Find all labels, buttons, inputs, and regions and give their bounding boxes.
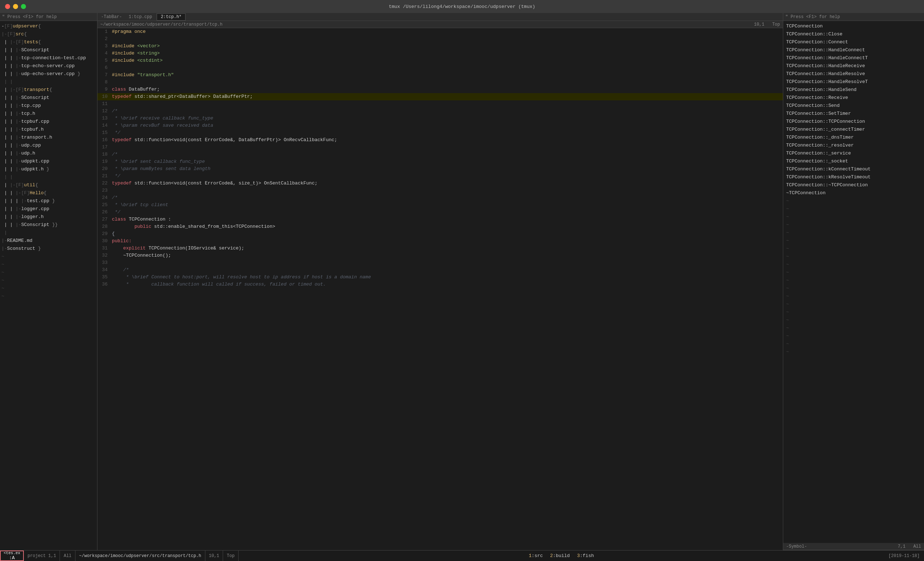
- code-line: 23: [98, 187, 783, 194]
- code-line: 16typedef std::function<void(const Error…: [98, 136, 783, 144]
- symbol-item[interactable]: TCPConnection: [783, 22, 924, 30]
- tree-item[interactable]: | | |-SConscript: [0, 94, 97, 102]
- tree-item[interactable]: | | |-transport.h: [0, 134, 97, 141]
- tree-item[interactable]: | | |-tcp.cpp: [0, 102, 97, 110]
- code-line: 26 */: [98, 208, 783, 216]
- code-line: 6: [98, 64, 783, 72]
- tree-item[interactable]: | | | |-test.cpp }: [0, 197, 97, 205]
- code-line: 33: [98, 259, 783, 266]
- right-status-bar: -Symbol- 7,1 All: [783, 543, 924, 550]
- symbol-item[interactable]: TCPConnection::Connect: [783, 38, 924, 46]
- symbol-tilde: ~: [783, 205, 924, 213]
- tree-item[interactable]: | | |-udp.h: [0, 150, 97, 158]
- status-tab-item[interactable]: 1:src: [529, 553, 543, 558]
- symbol-list-content[interactable]: TCPConnectionTCPConnection::CloseTCPConn…: [783, 21, 924, 543]
- symbol-item[interactable]: ~TCPConnection: [783, 189, 924, 197]
- tree-item[interactable]: | | |-SConscript } }: [0, 221, 97, 229]
- tree-item[interactable]: | | |-[F]Hello {: [0, 189, 97, 197]
- tree-item[interactable]: | | |-logger.cpp: [0, 205, 97, 213]
- tree-item[interactable]: |-README.md: [0, 237, 97, 245]
- symbol-item[interactable]: TCPConnection::SetTimer: [783, 110, 924, 118]
- symbol-item[interactable]: TCPConnection::HandleSend: [783, 86, 924, 94]
- tree-item[interactable]: |: [0, 229, 97, 237]
- status-top: Top: [223, 550, 238, 561]
- symbol-item[interactable]: TCPConnection::_socket: [783, 158, 924, 165]
- tree-item[interactable]: ~: [0, 261, 97, 268]
- symbol-item[interactable]: TCPConnection::_resolver: [783, 141, 924, 150]
- code-line: 27class TCPConnection :: [98, 216, 783, 223]
- editor-pane: -TabBar- 1:tcp.cpp 2:tcp.h* ~/workspace/…: [98, 13, 783, 550]
- tab-tcp-cpp[interactable]: 1:tcp.cpp: [125, 14, 156, 21]
- tree-item[interactable]: ~: [0, 276, 97, 285]
- tree-item[interactable]: | |-[F]tests {: [0, 38, 97, 46]
- symbol-item[interactable]: TCPConnection::HandleConnectT: [783, 54, 924, 62]
- tree-item[interactable]: ~: [0, 292, 97, 300]
- tree-item[interactable]: ~: [0, 285, 97, 292]
- tree-item[interactable]: |-Sconstruct }: [0, 245, 97, 253]
- symbol-item[interactable]: TCPConnection::~TCPConnection: [783, 181, 924, 189]
- editor-status-bar: ~/workspace/imooc/udpserver/src/transpor…: [98, 21, 783, 28]
- code-line: 3#include <vector>: [98, 43, 783, 50]
- tree-item[interactable]: | | |-udp.cpp: [0, 141, 97, 150]
- tree-item[interactable]: |-[F]src {: [0, 30, 97, 38]
- status-all-segment: All: [60, 550, 75, 561]
- tab-tcp-h[interactable]: 2:tcp.h*: [157, 14, 186, 21]
- symbol-item[interactable]: TCPConnection::_dnsTimer: [783, 134, 924, 141]
- editor-content[interactable]: 1#pragma once2 3#include <vector>4#inclu…: [98, 28, 783, 550]
- symbol-item[interactable]: TCPConnection::kConnectTimeout: [783, 165, 924, 173]
- tree-item[interactable]: | | |-logger.h: [0, 213, 97, 221]
- status-pos-segment: project 1,1: [24, 550, 60, 561]
- window-title: tmux /Users/lilong4/workspace/imooc/udps…: [389, 4, 535, 9]
- code-line: 9class DataBuffer;: [98, 86, 783, 93]
- tree-item[interactable]: | | |-SConscript: [0, 46, 97, 54]
- symbol-item[interactable]: TCPConnection::TCPConnection: [783, 118, 924, 126]
- symbol-item[interactable]: TCPConnection::_service: [783, 150, 924, 158]
- tree-item[interactable]: | | |-udppkt.cpp: [0, 158, 97, 165]
- code-line: 30public:: [98, 237, 783, 245]
- tree-item[interactable]: | | |-udppkt.h }: [0, 165, 97, 173]
- symbol-item[interactable]: TCPConnection::HandleReceive: [783, 62, 924, 70]
- maximize-button[interactable]: [21, 4, 26, 9]
- code-line: 8: [98, 79, 783, 86]
- symbol-tilde: ~: [783, 221, 924, 229]
- symbol-item[interactable]: TCPConnection::_connectTimer: [783, 126, 924, 134]
- tree-item[interactable]: | |: [0, 78, 97, 86]
- symbol-item[interactable]: TCPConnection::Close: [783, 30, 924, 38]
- tree-item[interactable]: | | |-tcp-echo-server.cpp: [0, 62, 97, 70]
- tree-item[interactable]: -[F]udpserver {: [0, 22, 97, 30]
- symbol-tilde: ~: [783, 332, 924, 340]
- code-line: 32 ~TCPConnection();: [98, 252, 783, 259]
- tree-item[interactable]: | | |-tcpbuf.cpp: [0, 118, 97, 126]
- status-tab-item[interactable]: 2:build: [550, 553, 570, 558]
- symbol-tilde: ~: [783, 237, 924, 245]
- symbol-item[interactable]: TCPConnection::kResolveTimeout: [783, 173, 924, 181]
- status-tab-item[interactable]: 3:fish: [577, 553, 594, 558]
- tree-item[interactable]: | |-[F]util {: [0, 181, 97, 189]
- symbol-tilde: ~: [783, 308, 924, 316]
- code-line: 36 * callback function will called if su…: [98, 281, 783, 288]
- tree-item[interactable]: | |: [0, 173, 97, 181]
- tree-item[interactable]: | | |-udp-echo-server.cpp }: [0, 70, 97, 78]
- symbol-tilde: ~: [783, 253, 924, 261]
- code-line: 19 * \brief sent callback func_type: [98, 158, 783, 165]
- symbol-item[interactable]: TCPConnection::HandleConnect: [783, 46, 924, 54]
- tree-item[interactable]: | | |-tcp.h: [0, 110, 97, 118]
- code-line: 28 public std::enable_shared_from_this<T…: [98, 223, 783, 230]
- minimize-button[interactable]: [13, 4, 18, 9]
- symbol-tilde: ~: [783, 229, 924, 237]
- symbol-tilde: ~: [783, 316, 924, 324]
- symbol-item[interactable]: TCPConnection::Receive: [783, 94, 924, 102]
- status-middle: 1:src2:build3:fish: [238, 550, 884, 561]
- tree-item[interactable]: | | |-tcp-connection-test.cpp: [0, 54, 97, 62]
- tree-item[interactable]: | | |-tcpbuf.h: [0, 126, 97, 134]
- file-tree-pane: " Press <F1> for help -[F]udpserver { |-…: [0, 13, 98, 550]
- symbol-item[interactable]: TCPConnection::Send: [783, 102, 924, 110]
- symbol-item[interactable]: TCPConnection::HandleResolve: [783, 70, 924, 78]
- symbol-tilde: ~: [783, 276, 924, 285]
- tree-item[interactable]: ~: [0, 253, 97, 261]
- file-tree-content[interactable]: -[F]udpserver { |-[F]src { | |-[F]tests …: [0, 21, 97, 550]
- tree-item[interactable]: ~: [0, 268, 97, 276]
- close-button[interactable]: [5, 4, 10, 9]
- tree-item[interactable]: | |-[F]transport {: [0, 86, 97, 94]
- symbol-item[interactable]: TCPConnection::HandleResolveT: [783, 78, 924, 86]
